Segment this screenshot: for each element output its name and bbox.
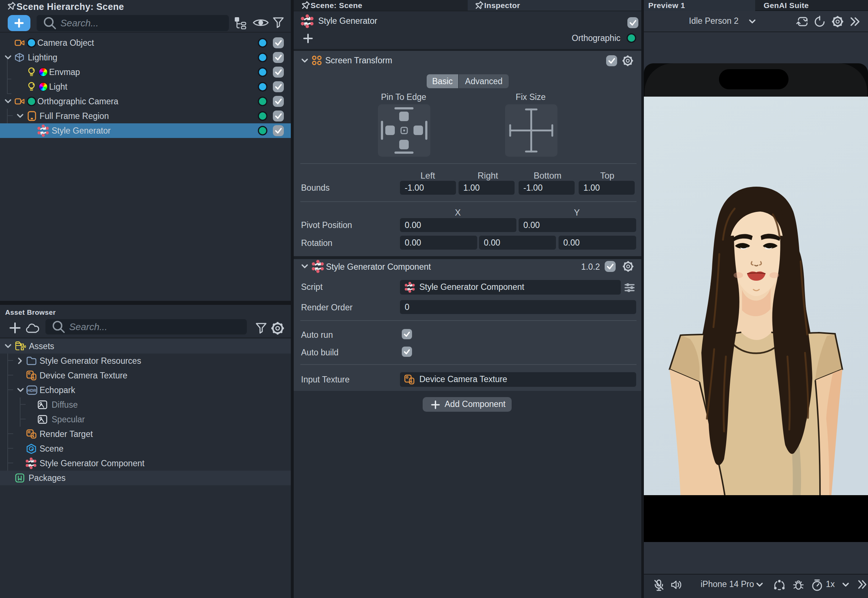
svg-text:HDR: HDR	[27, 388, 36, 393]
